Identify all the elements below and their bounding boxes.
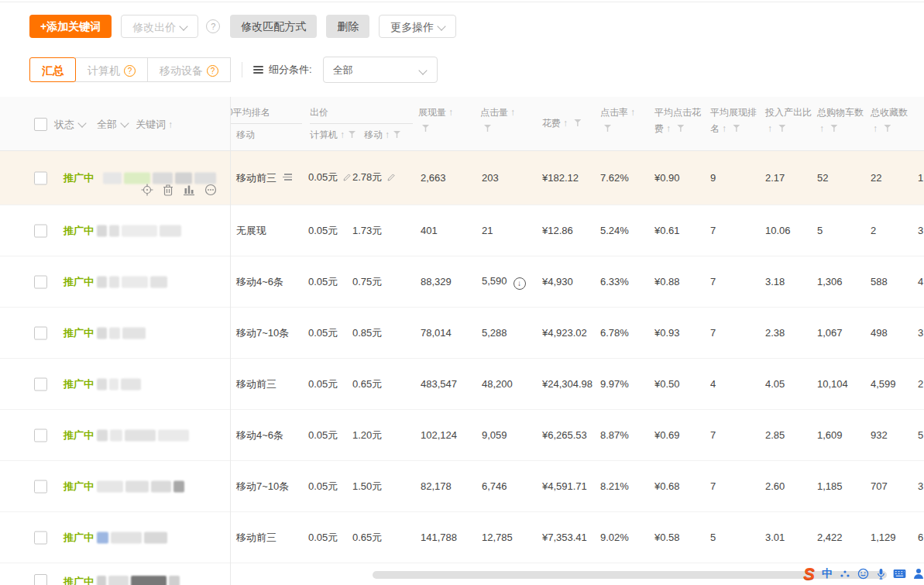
col-bid-mobile[interactable]: 移动↑: [364, 129, 400, 142]
row-checkbox[interactable]: [34, 377, 47, 391]
emoji-icon[interactable]: [857, 568, 869, 580]
bar-chart-icon[interactable]: [183, 184, 195, 196]
segment-conditions-select[interactable]: 全部: [323, 57, 438, 83]
filter-funnel-icon[interactable]: [677, 125, 684, 132]
filter-funnel-icon[interactable]: [349, 131, 356, 138]
sort-arrow-icon[interactable]: ↑: [510, 107, 515, 118]
col-impressions[interactable]: 展现量↑: [418, 105, 463, 137]
row-checkbox[interactable]: [34, 275, 47, 288]
help-icon[interactable]: ?: [124, 65, 136, 77]
col-status[interactable]: 状态: [54, 118, 85, 132]
sort-arrow-icon[interactable]: ↑: [630, 107, 635, 118]
cell-bid-mobile[interactable]: 0.85元: [352, 326, 382, 340]
keyword-blurred[interactable]: [97, 276, 167, 287]
microphone-icon[interactable]: [876, 568, 886, 580]
col-fav-total[interactable]: 总收藏数↑: [871, 105, 911, 137]
col-scope[interactable]: 全部: [97, 118, 128, 132]
edit-pencil-icon[interactable]: [386, 173, 396, 184]
tab-summary[interactable]: 汇总: [29, 57, 76, 82]
col-roi[interactable]: 投入产出比↑: [765, 105, 815, 137]
cell-bid-pc[interactable]: 0.05元: [308, 531, 338, 545]
keyword-blurred[interactable]: [97, 532, 167, 543]
cell-bid-pc[interactable]: 0.05元: [308, 428, 338, 442]
trash-icon[interactable]: [163, 184, 173, 196]
filter-funnel-icon[interactable]: [422, 125, 429, 132]
cell-bid-mobile[interactable]: 1.50元: [352, 480, 382, 494]
row-checkbox[interactable]: [34, 428, 47, 442]
cell-bid-mobile[interactable]: 0.65元: [352, 531, 382, 545]
tab-computer[interactable]: 计算机?: [75, 57, 148, 82]
cell-bid-pc[interactable]: 0.05元: [308, 480, 338, 494]
tab-mobile[interactable]: 移动设备?: [147, 57, 231, 82]
sort-arrow-icon[interactable]: ↑: [448, 107, 453, 118]
more-circle-icon[interactable]: [204, 184, 217, 196]
download-circle-icon[interactable]: ↓: [514, 277, 526, 290]
target-icon[interactable]: [141, 184, 153, 196]
col-keyword[interactable]: 关键词↑: [136, 118, 173, 132]
col-bid-pc[interactable]: 计算机↑: [310, 129, 356, 142]
keyword-blurred[interactable]: [97, 378, 141, 390]
keyword-blurred[interactable]: [97, 576, 180, 585]
modify-match-button[interactable]: 修改匹配方式: [230, 15, 317, 38]
cell-bid-mobile[interactable]: 1.73元: [352, 224, 382, 238]
sort-arrow-icon[interactable]: ↑: [385, 129, 390, 140]
keyword-blurred[interactable]: [103, 172, 216, 184]
delete-button[interactable]: 删除: [326, 15, 369, 38]
more-actions-button[interactable]: 更多操作: [379, 15, 456, 38]
punctuation-icon[interactable]: [840, 569, 850, 580]
sort-arrow-icon[interactable]: ↑: [873, 123, 878, 134]
chinese-mode-icon[interactable]: 中: [822, 567, 833, 581]
sort-arrow-icon[interactable]: ↑: [722, 123, 726, 134]
cell-next-clipped: 2: [918, 377, 923, 391]
row-checkbox[interactable]: [34, 224, 47, 237]
edit-pencil-icon[interactable]: [342, 173, 352, 184]
user-icon[interactable]: [913, 568, 924, 580]
filter-funnel-icon[interactable]: [733, 125, 740, 132]
select-all-checkbox[interactable]: [34, 118, 47, 131]
filter-funnel-icon[interactable]: [484, 125, 491, 132]
col-avg-impression-rank[interactable]: 平均展现排名↑: [710, 105, 763, 137]
col-clicks[interactable]: 点击量↑: [480, 105, 525, 137]
filter-funnel-icon[interactable]: [574, 119, 581, 126]
modify-bid-button[interactable]: 修改出价: [121, 15, 198, 38]
cell-bid-mobile[interactable]: 0.65元: [352, 377, 382, 391]
col-cart-total[interactable]: 总购物车数↑: [817, 105, 868, 137]
cell-bid-pc[interactable]: 0.05元: [308, 275, 338, 289]
cell-bid-pc[interactable]: 0.05元: [308, 326, 338, 340]
row-checkbox[interactable]: [34, 574, 47, 585]
filter-funnel-icon[interactable]: [778, 125, 785, 132]
row-checkbox[interactable]: [34, 480, 47, 493]
help-icon[interactable]: ?: [206, 19, 220, 33]
col-cost[interactable]: 花费↑: [542, 115, 604, 132]
sort-arrow-icon[interactable]: ↑: [340, 129, 345, 140]
keyword-blurred[interactable]: [97, 327, 146, 339]
keyboard-icon[interactable]: [893, 569, 906, 579]
filter-funnel-icon[interactable]: [604, 125, 611, 132]
cell-bid-pc[interactable]: 0.05元: [308, 377, 338, 391]
cell-bid-pc[interactable]: 0.05元: [308, 170, 352, 186]
row-checkbox[interactable]: [34, 531, 47, 544]
keyword-blurred[interactable]: [97, 480, 184, 492]
keyword-blurred[interactable]: [97, 225, 181, 236]
col-ctr[interactable]: 点击率↑: [600, 105, 645, 137]
cell-bid-pc[interactable]: 0.05元: [308, 224, 338, 238]
sort-arrow-icon[interactable]: ↑: [563, 118, 568, 129]
row-checkbox[interactable]: [34, 326, 47, 339]
cell-bid-mobile[interactable]: 1.20元: [352, 428, 382, 442]
sort-arrow-icon[interactable]: ↑: [666, 123, 671, 134]
sort-arrow-icon[interactable]: ↑: [819, 123, 824, 134]
add-keyword-button[interactable]: +添加关键词: [29, 15, 112, 38]
filter-funnel-icon[interactable]: [884, 125, 891, 132]
cell-bid-mobile[interactable]: 2.78元: [352, 170, 396, 186]
keyword-blurred[interactable]: [97, 429, 189, 441]
rank-list-icon[interactable]: [281, 172, 292, 182]
help-icon[interactable]: ?: [207, 65, 218, 77]
sort-arrow-icon[interactable]: ↑: [168, 119, 173, 130]
filter-funnel-icon[interactable]: [830, 125, 837, 132]
col-avg-click-cost[interactable]: 平均点击花费↑: [654, 105, 707, 137]
sort-arrow-icon[interactable]: ↑: [768, 123, 772, 134]
row-checkbox[interactable]: [34, 171, 47, 184]
sogou-logo-icon[interactable]: S: [803, 564, 815, 584]
filter-funnel-icon[interactable]: [393, 131, 400, 138]
cell-bid-mobile[interactable]: 0.75元: [352, 275, 382, 289]
